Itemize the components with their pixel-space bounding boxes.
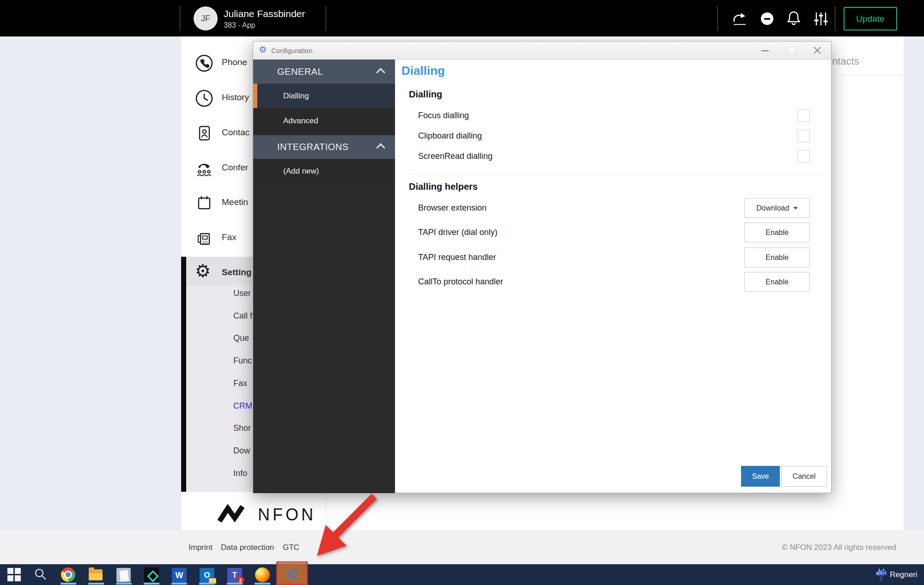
- data-protection-link[interactable]: Data protection: [221, 543, 274, 552]
- cancel-label: Cancel: [793, 472, 816, 481]
- nav-add-new-label: (Add new): [283, 167, 319, 176]
- callto-protocol-label: CallTo protocol handler: [418, 277, 503, 287]
- word-icon[interactable]: [172, 568, 187, 583]
- sidebar-item-history[interactable]: History: [222, 92, 249, 103]
- minimize-icon[interactable]: [761, 50, 769, 51]
- topbar-divider: [180, 6, 180, 31]
- screen: Phone History Contac Confer Meetin Fax S…: [0, 0, 924, 585]
- contact-card-icon: [194, 123, 214, 145]
- search-icon[interactable]: [33, 567, 48, 582]
- settings-sub-user[interactable]: User: [233, 289, 251, 298]
- settings-sub-function-keys[interactable]: Func: [233, 356, 252, 366]
- calendar-icon: [194, 193, 214, 215]
- nav-section-general[interactable]: GENERAL: [253, 60, 395, 84]
- firefox-icon[interactable]: [255, 567, 270, 582]
- running-indicator: [144, 583, 159, 585]
- nav-integrations-label: INTEGRATIONS: [277, 142, 349, 152]
- page-title: Dialling: [401, 64, 445, 78]
- nav-item-dialling[interactable]: Dialling: [253, 84, 395, 108]
- tapi-driver-enable-button[interactable]: Enable: [744, 223, 810, 242]
- nav-general-label: GENERAL: [277, 66, 323, 77]
- sidebar-item-phone[interactable]: Phone: [222, 57, 247, 67]
- sidebar-item-conference[interactable]: Confer: [222, 163, 248, 173]
- running-indicator: [61, 583, 76, 585]
- copyright: © NFON 2023 All rights reserved: [767, 543, 896, 552]
- bell-icon[interactable]: [786, 10, 802, 29]
- cancel-button[interactable]: Cancel: [781, 466, 827, 487]
- dialog-titlebar[interactable]: [253, 42, 831, 60]
- topbar-divider: [326, 6, 326, 31]
- screenread-dialling-label: ScreenRead dialling: [418, 151, 492, 161]
- enable-label: Enable: [766, 229, 789, 237]
- do-not-disturb-icon[interactable]: [761, 12, 773, 25]
- nfon-logo-icon: [217, 501, 254, 527]
- running-indicator: [199, 583, 215, 585]
- annotation-red-box: [276, 561, 308, 585]
- conference-icon: [193, 158, 215, 181]
- outlook-icon[interactable]: [200, 568, 214, 583]
- clipboard-dialling-checkbox[interactable]: [797, 130, 810, 142]
- avatar-initials: JF: [201, 14, 210, 24]
- settings-active-bar: [181, 257, 186, 492]
- topbar-divider: [835, 6, 835, 31]
- avatar[interactable]: JF: [194, 6, 218, 30]
- nfon-logo-text: NFON: [258, 505, 316, 525]
- selected-indicator: [253, 84, 257, 108]
- settings-sub-shortcuts[interactable]: Shor: [233, 423, 251, 433]
- gtc-link[interactable]: GTC: [283, 543, 299, 552]
- callto-enable-button[interactable]: Enable: [744, 272, 810, 292]
- weather-umbrella-icon[interactable]: [875, 567, 888, 582]
- teams-icon[interactable]: 2: [227, 568, 242, 583]
- nav-item-advanced[interactable]: Advanced: [253, 108, 395, 134]
- taskbar: [0, 564, 924, 585]
- running-indicator: [88, 583, 104, 585]
- start-icon[interactable]: [7, 568, 22, 583]
- browser-extension-label: Browser extension: [418, 203, 486, 213]
- focus-dialling-label: Focus dialling: [418, 111, 469, 121]
- tapi-request-enable-button[interactable]: Enable: [744, 247, 810, 267]
- sidebar-item-settings[interactable]: Setting: [222, 267, 251, 277]
- footer-divider: [326, 493, 326, 530]
- dialog-title: Configuration: [271, 47, 312, 54]
- sidebar-item-fax[interactable]: Fax: [222, 232, 237, 242]
- topbar-divider: [717, 6, 718, 31]
- settings-sub-queues[interactable]: Que: [233, 333, 249, 343]
- partial-contacts-header: ntacts: [832, 55, 859, 67]
- sliders-icon[interactable]: [813, 11, 829, 29]
- weather-label[interactable]: Regneri: [890, 570, 923, 579]
- notepad-icon[interactable]: [116, 568, 131, 582]
- chrome-icon[interactable]: [61, 567, 75, 582]
- phone-icon: [194, 53, 214, 75]
- fax-icon: [194, 228, 214, 250]
- settings-sub-fax[interactable]: Fax: [233, 379, 247, 388]
- update-label: Update: [856, 14, 884, 24]
- running-indicator: [171, 583, 187, 585]
- focus-dialling-checkbox[interactable]: [797, 109, 810, 122]
- sidebar-item-meetings[interactable]: Meetin: [222, 197, 248, 207]
- settings-sub-call-forwarding[interactable]: Call f: [233, 311, 252, 321]
- settings-sub-info[interactable]: Info: [233, 469, 247, 478]
- imprint-link[interactable]: Imprint: [188, 543, 213, 552]
- close-icon[interactable]: [813, 46, 822, 55]
- nav-item-add-new[interactable]: (Add new): [253, 159, 395, 183]
- header-divider: [832, 75, 904, 75]
- save-button[interactable]: Save: [741, 466, 780, 487]
- settings-sub-crm[interactable]: CRM: [233, 401, 252, 411]
- call-redirect-icon[interactable]: [730, 10, 748, 30]
- sidebar-item-contacts[interactable]: Contac: [222, 127, 249, 138]
- nav-section-integrations[interactable]: INTEGRATIONS: [253, 135, 395, 159]
- nav-advanced-label: Advanced: [283, 116, 318, 126]
- download-button[interactable]: Download: [744, 198, 810, 218]
- tapi-request-handler-label: TAPI request handler: [418, 253, 496, 262]
- clipboard-dialling-label: Clipboard dialling: [418, 131, 482, 141]
- update-button[interactable]: Update: [844, 7, 897, 30]
- maximize-icon[interactable]: [788, 47, 796, 54]
- settings-sub-downloads[interactable]: Dow: [233, 446, 250, 456]
- nav-dialling-label: Dialling: [283, 91, 309, 101]
- screenread-dialling-checkbox[interactable]: [797, 150, 810, 163]
- enable-label: Enable: [766, 253, 789, 262]
- configuration-dialog: Configuration GENERAL Dialling Advanced …: [253, 41, 832, 493]
- file-explorer-icon[interactable]: [89, 569, 103, 584]
- running-indicator: [255, 583, 270, 585]
- nfon-app-icon[interactable]: [144, 567, 159, 582]
